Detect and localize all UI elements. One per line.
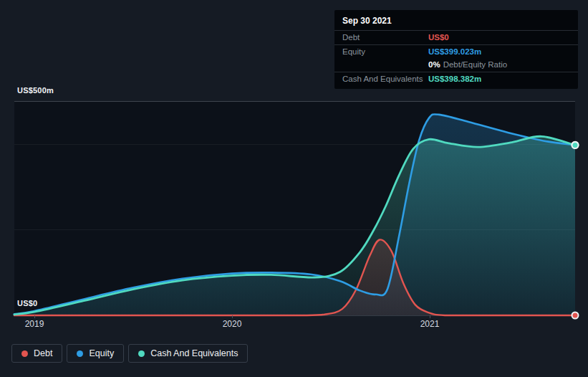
tooltip-ratio-value: 0%Debt/Equity Ratio — [428, 60, 507, 69]
legend-item-cash[interactable]: Cash And Equivalents — [128, 344, 248, 363]
y-axis-label-zero: US$0 — [17, 299, 37, 307]
x-tick-label-2020: 2020 — [223, 319, 242, 329]
debt-color-dot-icon — [21, 350, 28, 357]
tooltip-debt-row: Debt US$0 — [334, 31, 578, 45]
tooltip-cash-label: Cash And Equivalents — [342, 75, 428, 83]
x-axis-tick-2021 — [430, 315, 430, 318]
x-axis-tick-2020 — [232, 315, 233, 318]
tooltip-cash-row: Cash And Equivalents US$398.382m — [334, 72, 578, 85]
tooltip-equity-value: US$399.023m — [428, 47, 481, 56]
x-tick-label-2019: 2019 — [25, 319, 44, 329]
tooltip-debt-value: US$0 — [428, 33, 449, 42]
legend-equity-label: Equity — [89, 348, 114, 358]
cash-color-dot-icon — [138, 350, 145, 357]
area-cash-and-equivalents — [14, 136, 575, 315]
legend-cash-label: Cash And Equivalents — [150, 348, 238, 358]
x-axis-tick-2019 — [34, 315, 35, 318]
page-root: { "colors": { "red": "#e25550", "blue": … — [0, 0, 588, 377]
tooltip-cash-value: US$398.382m — [428, 75, 481, 83]
legend-item-debt[interactable]: Debt — [11, 344, 62, 363]
end-marker-debt[interactable] — [572, 312, 579, 319]
tooltip-debt-label: Debt — [342, 33, 428, 42]
tooltip: Sep 30 2021 Debt US$0 Equity US$399.023m… — [334, 10, 578, 89]
equity-color-dot-icon — [77, 350, 83, 357]
x-tick-label-2021: 2021 — [420, 319, 440, 329]
legend-debt-label: Debt — [34, 348, 52, 358]
y-axis-label-max: US$500m — [17, 86, 54, 95]
tooltip-equity-label: Equity — [342, 47, 428, 56]
legend: Debt Equity Cash And Equivalents — [11, 344, 248, 363]
legend-item-equity[interactable]: Equity — [67, 344, 124, 363]
end-marker-cash-and-equivalents[interactable] — [572, 142, 579, 148]
tooltip-equity-row: Equity US$399.023m — [334, 45, 578, 58]
tooltip-ratio-row: 0%Debt/Equity Ratio — [334, 58, 578, 72]
tooltip-date: Sep 30 2021 — [334, 10, 578, 31]
